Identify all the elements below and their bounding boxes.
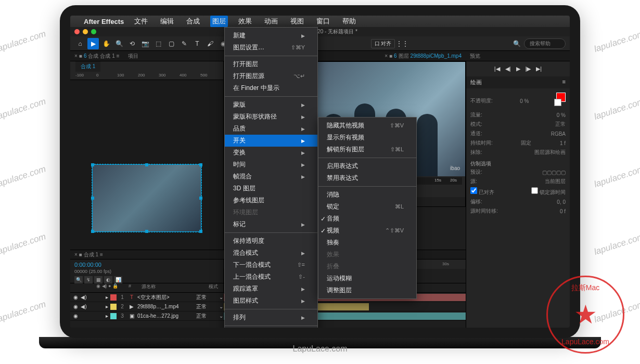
app-name[interactable]: After Effects: [84, 18, 124, 25]
snapping-icon[interactable]: ⋮⋮: [396, 38, 408, 49]
menu-item[interactable]: ✓音频: [318, 213, 416, 225]
lock-source-checkbox[interactable]: [531, 187, 538, 194]
watermark-stamp: ★ 拉斯Mac LapuLace.com: [546, 276, 624, 354]
watermark: lapulace.com: [593, 231, 640, 257]
selection-tool[interactable]: ▶: [87, 38, 99, 49]
pen-tool[interactable]: ✎: [178, 38, 190, 49]
menu-item[interactable]: 开关▶: [225, 135, 317, 147]
aligned-checkbox[interactable]: [470, 187, 477, 194]
window-close[interactable]: [74, 29, 80, 34]
menu-edit[interactable]: 编辑: [158, 16, 176, 27]
text-layer-icon: T: [128, 294, 135, 300]
menu-view[interactable]: 视图: [288, 16, 306, 27]
search-help-input[interactable]: 搜索帮助: [524, 38, 566, 49]
orbit-tool[interactable]: ⟲: [126, 38, 138, 49]
menu-item[interactable]: 显示所有视频: [318, 132, 416, 144]
play-button[interactable]: ▶: [516, 66, 520, 72]
shy-icon[interactable]: ↯: [84, 276, 93, 283]
menu-item[interactable]: 保持透明度: [225, 235, 317, 247]
menu-item[interactable]: 蒙版和形状路径▶: [225, 111, 317, 123]
menu-item[interactable]: 消隐: [318, 189, 416, 201]
layer-panel-tab[interactable]: ×■ 6 图层 29t888piCMpb_1.mp4: [380, 51, 466, 61]
paint-panel-header[interactable]: 绘画≡: [466, 76, 570, 88]
next-frame-button[interactable]: |▶: [526, 66, 531, 72]
menu-composition[interactable]: 合成: [184, 16, 202, 27]
menu-item[interactable]: 帧混合▶: [225, 171, 317, 183]
menu-item[interactable]: 在 Finder 中显示: [225, 82, 317, 94]
menu-item[interactable]: 打开图层: [225, 58, 317, 70]
graph-editor-icon[interactable]: 📊: [114, 276, 122, 283]
menu-help[interactable]: 帮助: [340, 16, 358, 27]
menu-item[interactable]: 参考线图层: [225, 194, 317, 206]
menu-item[interactable]: 3D 图层: [225, 183, 317, 194]
visibility-toggle[interactable]: ◉: [72, 313, 79, 319]
menu-item[interactable]: ✓视频⌃⇧⌘V: [318, 225, 416, 237]
menu-item[interactable]: 调整图层: [318, 284, 416, 296]
visibility-toggle[interactable]: ◉: [72, 294, 79, 300]
comp-tab[interactable]: 合成 1: [75, 61, 100, 72]
layer-color[interactable]: [110, 294, 117, 301]
menu-item[interactable]: 跟踪遮罩▶: [225, 283, 317, 295]
window-minimize[interactable]: [83, 29, 88, 34]
motion-blur-icon[interactable]: ◐: [104, 276, 112, 283]
text-tool[interactable]: T: [191, 38, 203, 49]
menu-item[interactable]: 蒙版▶: [225, 99, 317, 111]
menu-item[interactable]: 图层样式▶: [225, 295, 317, 307]
menu-item[interactable]: 隐藏其他视频⇧⌘V: [318, 120, 416, 132]
panel-menu-icon[interactable]: ≡: [117, 53, 120, 59]
camera-tool[interactable]: 📷: [139, 38, 151, 49]
layer-color[interactable]: [110, 304, 117, 310]
background-swatch[interactable]: [554, 99, 561, 106]
comp-panel-tab[interactable]: × ■ 6 合成 合成 1 ≡: [70, 51, 124, 61]
timeline-tab[interactable]: × ■ 合成 1 ≡: [70, 250, 107, 259]
menu-file[interactable]: 文件: [132, 16, 150, 27]
menu-item[interactable]: 品质▶: [225, 123, 317, 135]
pan-behind-tool[interactable]: ⬚: [152, 38, 164, 49]
preview-panel-tab[interactable]: 预览: [466, 51, 570, 61]
menu-item[interactable]: 变换▶: [225, 147, 317, 159]
timeline-timecode[interactable]: 0:00:00:00: [74, 262, 101, 268]
frame-blend-icon[interactable]: ▦: [94, 276, 103, 283]
menu-item[interactable]: 锁定⌘L: [318, 201, 416, 213]
panel-menu-icon[interactable]: ≡: [562, 79, 566, 86]
shape-tool[interactable]: ▢: [165, 38, 177, 49]
menu-layer[interactable]: 图层: [210, 16, 228, 27]
menu-item[interactable]: 运动模糊: [318, 272, 416, 284]
home-icon[interactable]: ⌂: [74, 38, 86, 49]
panel-tabs-row: × ■ 6 合成 合成 1 ≡ 项目 ×■ 6 图层 29t888piCMpb_…: [70, 51, 570, 61]
menu-item[interactable]: 上一混合模式⇧-: [225, 271, 317, 283]
menu-item[interactable]: 时间▶: [225, 159, 317, 171]
menu-item[interactable]: 排列▶: [225, 311, 317, 323]
menu-item[interactable]: 打开图层源⌥↵: [225, 70, 317, 82]
zoom-tool[interactable]: 🔍: [113, 38, 125, 49]
main-toolbar: ⌂ ▶ ✋ 🔍 ⟲ 📷 ⬚ ▢ ✎ T 🖌 ◉ ⌫ 👤 📌 口 对齐 ⋮⋮ 🔍 …: [70, 36, 570, 51]
menu-item[interactable]: 标记▶: [225, 218, 317, 230]
menu-item[interactable]: 独奏: [318, 237, 416, 249]
menu-effect[interactable]: 效果: [236, 16, 254, 27]
hand-tool[interactable]: ✋: [100, 38, 112, 49]
layer-color[interactable]: [110, 313, 117, 319]
project-panel-tab[interactable]: 项目: [124, 51, 143, 61]
image-layer-icon: ▣: [128, 313, 135, 319]
menu-item[interactable]: 混合模式▶: [225, 247, 317, 259]
menu-item[interactable]: 下一混合模式⇧=: [225, 259, 317, 271]
menu-item[interactable]: 启用表达式: [318, 160, 416, 172]
menu-item[interactable]: 禁用表达式: [318, 172, 416, 184]
menu-item[interactable]: 图层设置…⇧⌘Y: [225, 42, 317, 54]
align-dropdown[interactable]: 口 对齐: [371, 39, 395, 48]
menu-animation[interactable]: 动画: [262, 16, 280, 27]
menu-item[interactable]: 新建▶: [225, 30, 317, 42]
prev-frame-button[interactable]: ◀|: [505, 66, 511, 72]
menu-window[interactable]: 窗口: [314, 16, 332, 27]
menu-item[interactable]: 解锁所有图层⇧⌘L: [318, 144, 416, 155]
search-icon: 🔍: [511, 38, 522, 49]
search-layers-icon[interactable]: 🔍: [74, 276, 83, 283]
visibility-toggle[interactable]: ◉: [72, 304, 79, 309]
composition-canvas[interactable]: [92, 164, 201, 232]
last-frame-button[interactable]: ▶|: [536, 66, 542, 72]
window-maximize[interactable]: [91, 29, 96, 34]
first-frame-button[interactable]: |◀: [494, 66, 500, 72]
brush-tool[interactable]: 🖌: [204, 38, 216, 49]
preview-controls: |◀ ◀| ▶ |▶ ▶|: [466, 61, 570, 76]
mac-menubar: After Effects 文件 编辑 合成 图层 效果 动画 视图 窗口 帮助: [70, 16, 570, 27]
